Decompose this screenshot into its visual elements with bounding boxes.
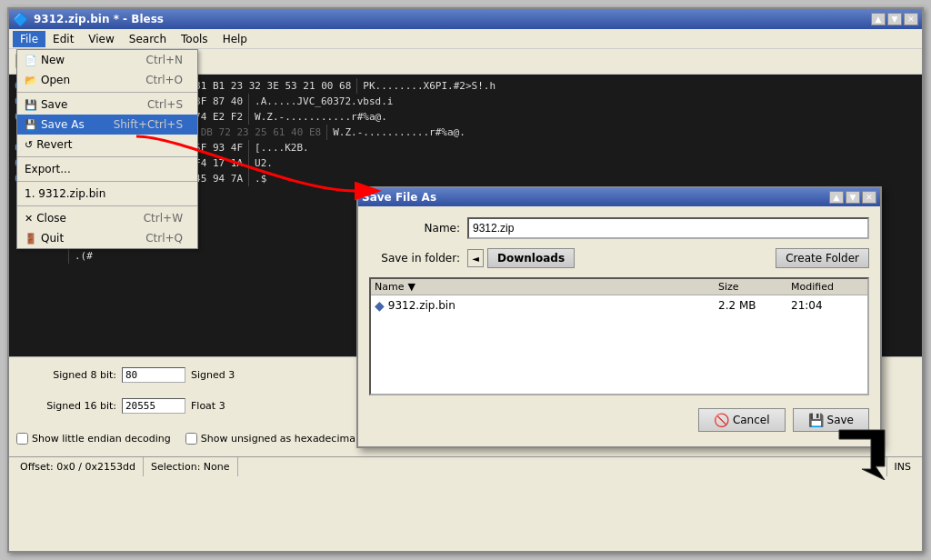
col-modified-header[interactable]: Modified bbox=[791, 281, 864, 293]
dialog-maximize[interactable]: ▼ bbox=[846, 191, 860, 204]
col-size-header[interactable]: Size bbox=[718, 281, 791, 293]
cancel-button[interactable]: 🚫 Cancel bbox=[698, 408, 786, 432]
name-row: Name: bbox=[369, 217, 869, 239]
dialog-title-buttons: ▲ ▼ ✕ bbox=[829, 191, 876, 204]
name-label: Name: bbox=[369, 222, 460, 235]
save-dialog: Save File As ▲ ▼ ✕ Name: Save in folder: bbox=[356, 186, 882, 448]
main-window: 🔷 9312.zip.bin * - Bless ▲ ▼ ✕ File Edit… bbox=[7, 7, 924, 553]
name-input[interactable] bbox=[467, 217, 869, 239]
cancel-icon: 🚫 bbox=[714, 413, 729, 427]
file-list-header: Name ▼ Size Modified bbox=[371, 279, 867, 295]
dialog-title: Save File As bbox=[362, 191, 436, 204]
dialog-content: Name: Save in folder: ◄ Downloads Create… bbox=[358, 206, 880, 446]
save-in-label: Save in folder: bbox=[369, 252, 460, 265]
dialog-overlay: Save File As ▲ ▼ ✕ Name: Save in folder: bbox=[9, 9, 922, 551]
file-modified-cell: 21:04 bbox=[791, 299, 864, 312]
file-name-cell: 9312.zip.bin bbox=[388, 299, 718, 312]
dialog-title-bar: Save File As ▲ ▼ ✕ bbox=[358, 188, 880, 206]
col-name-header[interactable]: Name ▼ bbox=[375, 281, 718, 293]
dialog-buttons: 🚫 Cancel 💾 Save bbox=[369, 405, 869, 435]
save-icon: 💾 bbox=[808, 413, 824, 427]
file-list-row[interactable]: ◆ 9312.zip.bin 2.2 MB 21:04 bbox=[371, 295, 867, 315]
file-size-cell: 2.2 MB bbox=[718, 299, 791, 312]
sort-arrow-icon: ▼ bbox=[407, 281, 415, 293]
file-list-area[interactable]: Name ▼ Size Modified ◆ 9312.zip.bin 2.2 … bbox=[369, 277, 869, 395]
folder-name-button[interactable]: Downloads bbox=[487, 248, 575, 268]
folder-nav: ◄ Downloads bbox=[467, 248, 575, 268]
save-in-row: Save in folder: ◄ Downloads Create Folde… bbox=[369, 248, 869, 268]
save-button[interactable]: 💾 Save bbox=[793, 408, 869, 432]
folder-back-button[interactable]: ◄ bbox=[467, 249, 484, 267]
create-folder-button[interactable]: Create Folder bbox=[776, 248, 869, 268]
dialog-close[interactable]: ✕ bbox=[862, 191, 876, 204]
dialog-minimize[interactable]: ▲ bbox=[829, 191, 844, 204]
file-icon: ◆ bbox=[375, 298, 385, 313]
